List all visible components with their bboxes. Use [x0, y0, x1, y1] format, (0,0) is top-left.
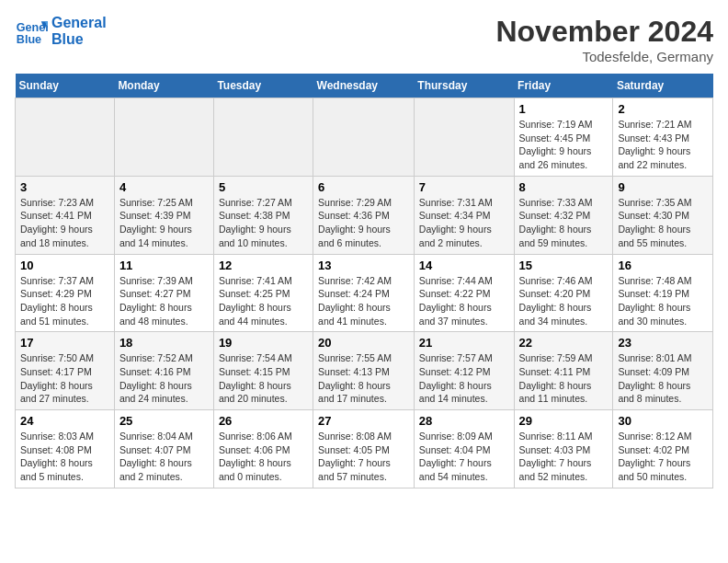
cell-info: Sunrise: 8:04 AMSunset: 4:07 PMDaylight:…: [119, 430, 209, 484]
cell-info: Sunrise: 7:33 AMSunset: 4:32 PMDaylight:…: [519, 196, 609, 250]
calendar-cell: 14Sunrise: 7:44 AMSunset: 4:22 PMDayligh…: [414, 254, 514, 332]
day-number: 7: [419, 180, 509, 194]
day-number: 5: [219, 180, 308, 194]
calendar-cell: 28Sunrise: 8:09 AMSunset: 4:04 PMDayligh…: [414, 410, 514, 488]
cell-info: Sunrise: 8:03 AMSunset: 4:08 PMDaylight:…: [20, 430, 109, 484]
day-number: 24: [20, 414, 109, 428]
calendar-cell: 24Sunrise: 8:03 AMSunset: 4:08 PMDayligh…: [16, 410, 115, 488]
cell-info: Sunrise: 7:44 AMSunset: 4:22 PMDaylight:…: [419, 274, 509, 328]
day-number: 14: [419, 259, 509, 272]
weekday-header: Sunday: [16, 74, 115, 98]
calendar-cell: 22Sunrise: 7:59 AMSunset: 4:11 PMDayligh…: [514, 332, 613, 410]
cell-info: Sunrise: 7:41 AMSunset: 4:25 PMDaylight:…: [219, 274, 308, 328]
day-number: 4: [119, 180, 209, 194]
month-title: November 2024: [495, 15, 713, 49]
calendar-cell: 10Sunrise: 7:37 AMSunset: 4:29 PMDayligh…: [16, 254, 115, 332]
calendar-cell: 9Sunrise: 7:35 AMSunset: 4:30 PMDaylight…: [613, 176, 713, 254]
day-number: 18: [119, 336, 209, 350]
cell-info: Sunrise: 7:29 AMSunset: 4:36 PMDaylight:…: [318, 196, 409, 250]
cell-info: Sunrise: 7:35 AMSunset: 4:30 PMDaylight:…: [618, 196, 708, 250]
day-number: 23: [618, 336, 708, 350]
day-number: 13: [318, 259, 409, 272]
calendar-week-row: 17Sunrise: 7:50 AMSunset: 4:17 PMDayligh…: [16, 332, 713, 410]
cell-info: Sunrise: 7:39 AMSunset: 4:27 PMDaylight:…: [119, 274, 209, 328]
calendar-cell: 15Sunrise: 7:46 AMSunset: 4:20 PMDayligh…: [514, 254, 613, 332]
logo-icon: General Blue: [15, 15, 48, 48]
weekday-header: Monday: [114, 74, 213, 98]
cell-info: Sunrise: 7:48 AMSunset: 4:19 PMDaylight:…: [618, 274, 708, 328]
day-number: 16: [618, 259, 708, 272]
calendar-cell: 21Sunrise: 7:57 AMSunset: 4:12 PMDayligh…: [414, 332, 514, 410]
cell-info: Sunrise: 7:54 AMSunset: 4:15 PMDaylight:…: [219, 351, 308, 406]
calendar-cell: 26Sunrise: 8:06 AMSunset: 4:06 PMDayligh…: [213, 410, 313, 488]
calendar-cell: 2Sunrise: 7:21 AMSunset: 4:43 PMDaylight…: [613, 98, 713, 177]
calendar-cell: 5Sunrise: 7:27 AMSunset: 4:38 PMDaylight…: [213, 176, 313, 254]
calendar-cell: 12Sunrise: 7:41 AMSunset: 4:25 PMDayligh…: [213, 254, 313, 332]
location: Todesfelde, Germany: [495, 49, 713, 64]
cell-info: Sunrise: 7:37 AMSunset: 4:29 PMDaylight:…: [20, 274, 109, 328]
cell-info: Sunrise: 7:42 AMSunset: 4:24 PMDaylight:…: [318, 274, 409, 328]
calendar-week-row: 3Sunrise: 7:23 AMSunset: 4:41 PMDaylight…: [16, 176, 713, 254]
cell-info: Sunrise: 7:31 AMSunset: 4:34 PMDaylight:…: [419, 196, 509, 250]
day-number: 11: [119, 259, 209, 272]
cell-info: Sunrise: 7:21 AMSunset: 4:43 PMDaylight:…: [618, 118, 708, 172]
calendar-cell: 25Sunrise: 8:04 AMSunset: 4:07 PMDayligh…: [114, 410, 213, 488]
cell-info: Sunrise: 7:50 AMSunset: 4:17 PMDaylight:…: [20, 351, 109, 406]
day-number: 19: [219, 336, 308, 350]
day-number: 8: [519, 180, 609, 194]
calendar-cell: 23Sunrise: 8:01 AMSunset: 4:09 PMDayligh…: [613, 332, 713, 410]
cell-info: Sunrise: 7:27 AMSunset: 4:38 PMDaylight:…: [219, 196, 308, 250]
cell-info: Sunrise: 8:06 AMSunset: 4:06 PMDaylight:…: [219, 430, 308, 484]
day-number: 9: [618, 180, 708, 194]
cell-info: Sunrise: 7:55 AMSunset: 4:13 PMDaylight:…: [318, 351, 409, 406]
day-number: 26: [219, 414, 308, 428]
logo-text: General: [51, 15, 107, 31]
logo: General Blue General Blue: [15, 15, 107, 48]
svg-text:Blue: Blue: [17, 33, 41, 46]
day-number: 3: [20, 180, 109, 194]
day-number: 21: [419, 336, 509, 350]
cell-info: Sunrise: 8:09 AMSunset: 4:04 PMDaylight:…: [419, 430, 509, 484]
page-header: General Blue General Blue November 2024 …: [15, 15, 713, 64]
calendar-table: SundayMondayTuesdayWednesdayThursdayFrid…: [15, 74, 713, 488]
calendar-cell: 6Sunrise: 7:29 AMSunset: 4:36 PMDaylight…: [313, 176, 415, 254]
day-number: 27: [318, 414, 409, 428]
calendar-cell: [16, 98, 115, 177]
title-block: November 2024 Todesfelde, Germany: [495, 15, 713, 64]
calendar-cell: 13Sunrise: 7:42 AMSunset: 4:24 PMDayligh…: [313, 254, 415, 332]
calendar-cell: 7Sunrise: 7:31 AMSunset: 4:34 PMDaylight…: [414, 176, 514, 254]
calendar-cell: 8Sunrise: 7:33 AMSunset: 4:32 PMDaylight…: [514, 176, 613, 254]
calendar-cell: 3Sunrise: 7:23 AMSunset: 4:41 PMDaylight…: [16, 176, 115, 254]
day-number: 10: [20, 259, 109, 272]
calendar-cell: 29Sunrise: 8:11 AMSunset: 4:03 PMDayligh…: [514, 410, 613, 488]
weekday-header: Saturday: [613, 74, 713, 98]
calendar-cell: 20Sunrise: 7:55 AMSunset: 4:13 PMDayligh…: [313, 332, 415, 410]
day-number: 22: [519, 336, 609, 350]
weekday-header-row: SundayMondayTuesdayWednesdayThursdayFrid…: [16, 74, 713, 98]
day-number: 12: [219, 259, 308, 272]
calendar-cell: 4Sunrise: 7:25 AMSunset: 4:39 PMDaylight…: [114, 176, 213, 254]
cell-info: Sunrise: 7:19 AMSunset: 4:45 PMDaylight:…: [519, 118, 609, 172]
day-number: 30: [618, 414, 708, 428]
calendar-cell: 19Sunrise: 7:54 AMSunset: 4:15 PMDayligh…: [213, 332, 313, 410]
cell-info: Sunrise: 8:01 AMSunset: 4:09 PMDaylight:…: [618, 351, 708, 406]
day-number: 1: [519, 102, 609, 116]
cell-info: Sunrise: 7:57 AMSunset: 4:12 PMDaylight:…: [419, 351, 509, 406]
calendar-week-row: 10Sunrise: 7:37 AMSunset: 4:29 PMDayligh…: [16, 254, 713, 332]
day-number: 17: [20, 336, 109, 350]
calendar-week-row: 1Sunrise: 7:19 AMSunset: 4:45 PMDaylight…: [16, 98, 713, 177]
weekday-header: Thursday: [414, 74, 514, 98]
weekday-header: Friday: [514, 74, 613, 98]
calendar-cell: [313, 98, 415, 177]
day-number: 20: [318, 336, 409, 350]
calendar-cell: 11Sunrise: 7:39 AMSunset: 4:27 PMDayligh…: [114, 254, 213, 332]
day-number: 29: [519, 414, 609, 428]
day-number: 6: [318, 180, 409, 194]
day-number: 25: [119, 414, 209, 428]
cell-info: Sunrise: 8:11 AMSunset: 4:03 PMDaylight:…: [519, 430, 609, 484]
calendar-cell: 17Sunrise: 7:50 AMSunset: 4:17 PMDayligh…: [16, 332, 115, 410]
weekday-header: Wednesday: [313, 74, 415, 98]
day-number: 2: [618, 102, 708, 116]
calendar-week-row: 24Sunrise: 8:03 AMSunset: 4:08 PMDayligh…: [16, 410, 713, 488]
calendar-cell: 30Sunrise: 8:12 AMSunset: 4:02 PMDayligh…: [613, 410, 713, 488]
